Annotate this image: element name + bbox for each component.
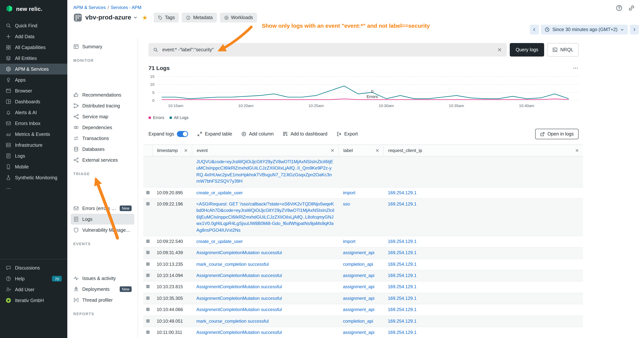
row-checkbox[interactable]	[146, 296, 150, 300]
entity-nav-item[interactable]: Distributed tracing	[71, 100, 134, 111]
log-row[interactable]: 10:10:23.815 AssignmentCompletionMutatio…	[143, 282, 583, 293]
log-label-link[interactable]: completion_api	[343, 261, 373, 267]
row-checkbox[interactable]	[146, 202, 150, 205]
log-event-link[interactable]: mark_course_completion successful	[196, 261, 269, 267]
log-row[interactable]: 10:09:31.439 AssignmentCompletionMutatio…	[143, 248, 583, 259]
entity-title[interactable]: vbv-prod-azure	[85, 14, 131, 21]
export-button[interactable]: Export	[336, 131, 358, 137]
row-checkbox[interactable]	[146, 319, 150, 322]
remove-column-icon[interactable]	[375, 148, 380, 153]
global-nav-item[interactable]: Synthetic Monitoring	[0, 172, 67, 183]
global-nav-item[interactable]: Mobile	[0, 161, 67, 172]
log-row[interactable]: 10:10:49.051 mark_course_completion succ…	[143, 316, 583, 327]
global-nav-item[interactable]: Dashboards	[0, 96, 67, 107]
entity-action-button[interactable]: Metadata	[182, 13, 217, 23]
global-nav-item[interactable]: All Capabilities	[0, 42, 67, 53]
log-row[interactable]: 10:10:14.094 AssignmentCompletionMutatio…	[143, 270, 583, 282]
row-checkbox[interactable]	[146, 191, 150, 194]
log-row[interactable]: 10:10:44.066 AssignmentCompletionMutatio…	[143, 304, 583, 316]
row-checkbox[interactable]	[146, 330, 150, 334]
log-ip-link[interactable]: 169.254.129.1	[388, 239, 416, 244]
entity-nav-item[interactable]: Service map	[71, 111, 134, 122]
log-row[interactable]: 10:10:35.305 AssignmentCompletionMutatio…	[143, 293, 583, 304]
legend-item[interactable]: All Logs	[170, 115, 188, 120]
global-nav-item[interactable]	[0, 183, 67, 194]
time-range-selector[interactable]: Since 30 minutes ago (GMT+2)	[541, 25, 628, 35]
breadcrumb-apm-services[interactable]: APM & Services	[73, 5, 106, 10]
log-row[interactable]: JUQVU&code=eyJraWQiOiJjcGltY29yZV8wOTl1M…	[143, 156, 583, 187]
new-relic-logo[interactable]: new relic.	[0, 0, 67, 17]
nrql-button[interactable]: NRQL	[547, 43, 578, 57]
log-label-link[interactable]: assignment_api	[343, 307, 374, 312]
query-search-box[interactable]	[148, 43, 507, 57]
global-nav-item[interactable]: Iterativ GmbH	[0, 295, 67, 306]
entity-nav-item[interactable]: Summary	[71, 41, 134, 52]
time-forward-button[interactable]	[630, 25, 639, 35]
log-event-link[interactable]: <ASGIRequest: GET '/sso/callback/?state=…	[196, 201, 334, 233]
log-label-link[interactable]: assignment_api	[343, 296, 374, 301]
row-checkbox[interactable]	[146, 262, 150, 266]
log-event-link[interactable]: AssignmentCompletionMutation successful	[196, 273, 282, 278]
entity-nav-item[interactable]: Thread profiler	[71, 294, 134, 305]
row-checkbox[interactable]	[146, 251, 150, 254]
row-checkbox[interactable]	[146, 308, 150, 311]
favorite-star-icon[interactable]: ★	[142, 15, 148, 21]
global-nav-item[interactable]: Alerts & AI	[0, 107, 67, 118]
log-ip-link[interactable]: 169.254.129.1	[388, 261, 416, 267]
global-nav-item[interactable]: Quick Find	[0, 20, 67, 31]
log-event-link[interactable]: AssignmentCompletionMutation successful	[196, 250, 282, 255]
log-row[interactable]: 10:09:22.540 create_or_update_user impor…	[143, 236, 583, 248]
expand-logs-toggle[interactable]	[177, 131, 188, 137]
remove-column-icon[interactable]	[184, 148, 188, 153]
open-in-logs-button[interactable]: Open in logs	[535, 129, 578, 139]
entity-nav-item[interactable]: Issues & activity	[71, 273, 134, 284]
log-label-link[interactable]: sso	[343, 201, 350, 207]
more-options-icon[interactable]	[572, 65, 578, 71]
breadcrumb-services-apm[interactable]: Services - APM	[111, 5, 141, 10]
log-event-link[interactable]: AssignmentCompletionMutation successful	[196, 330, 282, 335]
global-nav-item[interactable]: Add User	[0, 284, 67, 295]
global-nav-item[interactable]: Apps	[0, 75, 67, 85]
entity-nav-item[interactable]: Databases	[71, 144, 134, 155]
log-label-link[interactable]: import	[343, 190, 356, 195]
log-ip-link[interactable]: 169.254.129.1	[388, 318, 416, 323]
event-column-header[interactable]: event	[192, 145, 338, 156]
global-nav-item[interactable]: All Entities	[0, 53, 67, 64]
log-event-link[interactable]: AssignmentCompletionMutation successful	[196, 307, 282, 312]
log-event-link[interactable]: AssignmentCompletionMutation successful	[196, 296, 282, 301]
timestamp-column-header[interactable]: timestamp	[152, 145, 192, 156]
log-ip-link[interactable]: 169.254.129.1	[388, 273, 416, 278]
logs-timeline-chart[interactable]: 051015 10:15am10:20am10:25am10:30am10:35…	[148, 75, 578, 111]
entity-switcher-chevron-icon[interactable]	[133, 15, 138, 20]
entity-nav-item[interactable]: Logs	[71, 214, 134, 225]
global-nav-item[interactable]: APM & Services	[0, 64, 67, 75]
log-label-link[interactable]: completion_api	[343, 318, 373, 323]
copy-link-icon[interactable]	[628, 5, 635, 12]
log-event-link[interactable]: create_or_update_user	[196, 190, 243, 195]
entity-nav-item[interactable]: Recommendations	[71, 90, 134, 100]
row-checkbox[interactable]	[146, 274, 150, 277]
global-nav-item[interactable]: Help 70	[0, 273, 67, 284]
log-label-link[interactable]: assignment_api	[343, 273, 374, 278]
add-column-button[interactable]: Add column	[241, 131, 274, 137]
log-event-link[interactable]: create_or_update_user	[196, 239, 243, 244]
entity-nav-item[interactable]: External services	[71, 155, 134, 165]
time-back-button[interactable]	[530, 25, 539, 35]
global-nav-item[interactable]: Errors Inbox	[0, 118, 67, 129]
query-input[interactable]	[162, 47, 494, 53]
request-client-ip-column-header[interactable]: request_client_ip	[383, 145, 583, 156]
entity-nav-item[interactable]: Transactions	[71, 133, 134, 144]
expand-table-button[interactable]: Expand table	[197, 131, 232, 137]
global-nav-item[interactable]: Infrastructure	[0, 140, 67, 150]
log-row[interactable]: 10:11:00.311 AssignmentCompletionMutatio…	[143, 327, 583, 338]
entity-action-button[interactable]: Workloads	[220, 13, 257, 23]
global-nav-item[interactable]: Browser	[0, 85, 67, 96]
entity-nav-item[interactable]: Errors (errors inb... New	[71, 203, 134, 214]
row-checkbox[interactable]	[146, 285, 150, 288]
remove-column-icon[interactable]	[575, 148, 579, 153]
row-checkbox[interactable]	[146, 240, 150, 243]
query-logs-button[interactable]: Query logs	[510, 43, 544, 57]
log-row[interactable]: 10:09:22.196 <ASGIRequest: GET '/sso/cal…	[143, 199, 583, 236]
global-nav-item[interactable]: Add Data	[0, 31, 67, 42]
log-ip-link[interactable]: 169.254.129.1	[388, 307, 416, 312]
